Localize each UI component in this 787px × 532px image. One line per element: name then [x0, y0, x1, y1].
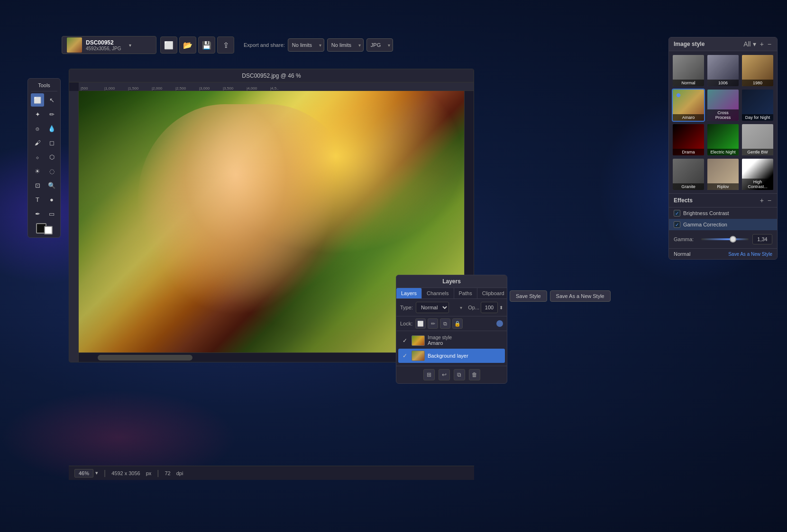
layer-item-image-style[interactable]: ✓ Image style Amaro	[398, 333, 505, 348]
export-label: Export and share:	[244, 42, 285, 48]
opacity-spinner[interactable]: ⬍	[499, 305, 503, 310]
layer-action-copy[interactable]: ⧉	[454, 369, 465, 380]
tool-pencil[interactable]: ✏	[45, 108, 58, 121]
new-tab-button[interactable]: ⬜	[160, 36, 177, 54]
style-item-drama[interactable]: Drama	[672, 123, 705, 156]
style-item-lemonade[interactable]: Lemonade	[741, 192, 774, 193]
tool-spotlight[interactable]: ●	[45, 193, 58, 206]
tab-paths[interactable]: Paths	[454, 288, 477, 298]
layers-actions: ⊞ ↩ ⧉ 🗑	[396, 366, 507, 383]
tool-magic-wand[interactable]: ✦	[31, 108, 44, 121]
save-style-button[interactable]: Save Style	[510, 290, 547, 302]
blend-mode-bar: Normal Save As a New Style	[669, 248, 777, 259]
lock-pixels-button[interactable]: ⬜	[415, 318, 426, 329]
style-item-cross-process[interactable]: Cross Process	[706, 89, 740, 122]
file-meta: 4592x3056, JPG	[86, 46, 121, 51]
format-wrapper: JPG	[366, 38, 393, 52]
lock-all-button[interactable]: 🔒	[452, 318, 463, 329]
style-item-hudson[interactable]: Hudson	[672, 192, 705, 193]
gamma-slider-thumb[interactable]	[730, 236, 736, 243]
tab-channels[interactable]: Channels	[422, 288, 454, 298]
layer-action-back[interactable]: ↩	[439, 369, 450, 380]
style-item-amaro[interactable]: Amaro	[672, 89, 705, 122]
style-label-hiplov: Riplov	[707, 183, 739, 190]
style-item-electric-night[interactable]: Electric Night	[706, 123, 740, 156]
tool-dropper[interactable]: 💧	[45, 122, 58, 135]
tool-pen[interactable]: ✒	[31, 207, 44, 220]
style-label-normal: Normal	[673, 80, 704, 86]
style-item-1980[interactable]: 1980	[741, 54, 774, 87]
zoom-input[interactable]	[74, 469, 93, 478]
style-item-gentle-bw[interactable]: Gentle BW	[741, 123, 774, 156]
style-label-1980: 1980	[742, 80, 773, 86]
image-dimensions: 4592 x 3056	[111, 470, 140, 476]
image-style-add-button[interactable]: +	[759, 40, 765, 48]
layer-visibility-check-image-style[interactable]: ✓	[401, 337, 409, 344]
layer-thumb-image-style-img	[412, 336, 424, 345]
tool-dodge[interactable]: ☀	[31, 164, 44, 178]
tool-clone[interactable]: ⬡	[45, 150, 58, 163]
style-item-hiplov[interactable]: Riplov	[706, 158, 740, 191]
tool-lasso[interactable]: ⌾	[31, 122, 44, 135]
tab-clipboard[interactable]: Clipboard	[477, 288, 507, 298]
toolbar-icons: ⬜ 📂 💾 ⇪	[160, 36, 234, 54]
layer-action-grid[interactable]: ⊞	[423, 369, 435, 380]
lock-draw-button[interactable]: ✏	[428, 318, 438, 329]
image-style-all-select[interactable]: All ▾	[742, 40, 757, 48]
background-color-swatch[interactable]	[44, 226, 53, 234]
tool-blur[interactable]: ◌	[45, 164, 58, 178]
layer-visibility-check-background[interactable]: ✓	[401, 352, 409, 360]
image-style-minus-button[interactable]: −	[767, 40, 772, 48]
lock-move-button[interactable]: ⧉	[440, 318, 450, 329]
tab-layers[interactable]: Layers	[396, 288, 422, 298]
tool-fill[interactable]: ⬦	[31, 150, 44, 163]
save-as-new-style-button[interactable]: Save As a New Style	[728, 252, 772, 257]
style-label-amaro: Amaro	[673, 114, 704, 121]
tool-zoom[interactable]: 🔍	[45, 179, 58, 192]
tool-shape[interactable]: ▭	[45, 207, 58, 220]
ruler-horizontal: |500 |1,000 |1,500 |2,000 |2,500 |3,000 …	[79, 82, 474, 91]
scrollbar-thumb-horizontal[interactable]	[98, 355, 192, 361]
gamma-correction-label: Gamma Correction	[683, 222, 727, 227]
style-item-granite[interactable]: Granite	[672, 158, 705, 191]
opacity-input[interactable]	[481, 302, 498, 313]
save-as-new-style-button-layers[interactable]: Save As a New Style	[550, 290, 611, 302]
layer-item-background[interactable]: ✓ Background layer	[398, 349, 505, 363]
lock-icons: ⬜ ✏ ⧉ 🔒	[415, 318, 463, 329]
layer-action-delete[interactable]: 🗑	[469, 369, 480, 380]
blend-mode-label: Normal	[674, 251, 690, 257]
style-grid: Normal 1006 1980 Amaro Cross Process Day…	[669, 51, 777, 193]
gamma-correction-checkbox[interactable]: ✓	[674, 221, 680, 228]
style-item-india-ink[interactable]: India Ink	[706, 192, 740, 193]
file-info[interactable]: DSC00952 4592x3056, JPG ▾	[62, 36, 156, 54]
style-item-day-for-night[interactable]: Day for Night	[741, 89, 774, 122]
effects-add-button[interactable]: +	[759, 197, 765, 204]
layer-type-select[interactable]: Normal	[416, 302, 449, 313]
ruler-tick: |3,000	[199, 86, 223, 90]
format-select[interactable]: JPG	[366, 38, 393, 52]
effects-minus-button[interactable]: −	[767, 197, 772, 204]
no-limits-1-select[interactable]: No limits	[288, 38, 324, 52]
no-limits-2-select[interactable]: No limits	[327, 38, 364, 52]
brightness-contrast-checkbox[interactable]: ✓	[674, 210, 680, 216]
open-button[interactable]: 📂	[179, 36, 196, 54]
gamma-value-input[interactable]	[752, 234, 772, 244]
style-label-high-contrast: High Contrast...	[742, 179, 773, 190]
ruler-tick: |4,5..	[270, 86, 294, 90]
effect-item-gamma-correction[interactable]: ✓ Gamma Correction	[669, 219, 777, 230]
tool-text[interactable]: T	[31, 193, 44, 206]
gamma-slider[interactable]	[701, 238, 749, 240]
file-dropdown-arrow[interactable]: ▾	[129, 43, 131, 48]
share-button[interactable]: ⇪	[217, 36, 234, 54]
tool-select-arrow[interactable]: ↖	[45, 93, 58, 107]
tool-brush[interactable]: 🖌	[31, 136, 44, 149]
style-item-high-contrast[interactable]: High Contrast...	[741, 158, 774, 191]
style-item-normal[interactable]: Normal	[672, 54, 705, 87]
style-item-1006[interactable]: 1006	[706, 54, 740, 87]
file-thumbnail	[67, 37, 82, 53]
tool-eraser[interactable]: ◻	[45, 136, 58, 149]
tool-crop[interactable]: ⊡	[31, 179, 44, 192]
effect-item-brightness-contrast[interactable]: ✓ Brightness Contrast	[669, 207, 777, 219]
save-button[interactable]: 💾	[198, 36, 215, 54]
tool-select-rect[interactable]: ⬜	[31, 93, 44, 107]
